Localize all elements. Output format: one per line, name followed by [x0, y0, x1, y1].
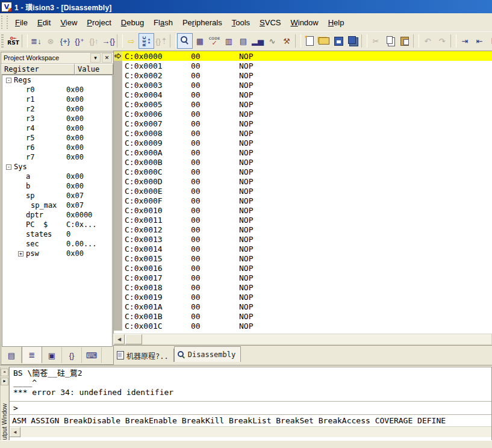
register-row[interactable]: r30x00	[2, 114, 112, 123]
disassembly-gutter[interactable]	[114, 80, 122, 90]
disassembly-row[interactable]: C:0x001A00NOP	[114, 302, 492, 311]
menu-item[interactable]: File	[10, 16, 33, 29]
cut-button[interactable]: ✂	[369, 34, 383, 48]
menu-item[interactable]: Tools	[227, 16, 255, 29]
register-column-header[interactable]: Register	[1, 64, 75, 75]
disassembly-row[interactable]: C:0x000800NOP	[114, 128, 492, 138]
step-over-button[interactable]: {}⁺	[72, 34, 87, 48]
disassembly-gutter[interactable]	[114, 244, 122, 254]
register-row[interactable]: states0	[2, 229, 112, 239]
run-to-line-button[interactable]: →{}	[101, 34, 116, 48]
register-row[interactable]: r70x00	[2, 152, 112, 162]
disassembly-row[interactable]: C:0x001500NOP	[114, 254, 492, 263]
workspace-dropdown-button[interactable]: ▾	[90, 53, 101, 63]
output-hscrollbar[interactable]: ◀	[10, 426, 491, 437]
disassembly-row[interactable]: C:0x001100NOP	[114, 215, 492, 225]
logic-analyzer-button[interactable]: ∿	[265, 34, 279, 48]
save-all-button[interactable]	[346, 34, 360, 48]
disassembly-window-button[interactable]	[177, 33, 193, 49]
disassembly-row[interactable]: C:0x000C00NOP	[114, 167, 492, 176]
register-row[interactable]: +psw0x00	[2, 249, 112, 258]
disassembly-gutter[interactable]	[114, 90, 122, 99]
menu-item[interactable]: Window	[285, 16, 323, 29]
indent-button[interactable]: ⇥	[458, 34, 472, 48]
menu-item[interactable]: Flash	[149, 16, 178, 29]
scrollbar-thumb[interactable]	[125, 334, 142, 344]
regs-tab[interactable]: ≣	[22, 346, 42, 363]
disassembly-row[interactable]: C:0x000600NOP	[114, 109, 492, 119]
tree-expander-icon[interactable]: +	[18, 251, 23, 257]
tree-expander-icon[interactable]: -	[6, 78, 11, 83]
menu-item[interactable]: Debug	[116, 16, 149, 29]
functions-tab[interactable]: {}	[62, 347, 82, 363]
scroll-left-icon[interactable]: ◀	[10, 427, 20, 437]
register-row[interactable]: sec0.00...	[2, 239, 112, 249]
menu-item[interactable]: Edit	[33, 16, 55, 29]
disassembly-row[interactable]: C:0x001800NOP	[114, 282, 492, 292]
serial-window-button[interactable]: ▥	[222, 34, 236, 48]
output-close-button[interactable]: ×	[1, 369, 8, 376]
step-into-button[interactable]: {+}	[58, 34, 72, 48]
menu-item[interactable]: Peripherals	[178, 16, 227, 29]
open-file-button[interactable]	[317, 34, 331, 48]
disassembly-row[interactable]: C:0x000D00NOP	[114, 176, 492, 186]
reset-cpu-button[interactable]: RST	[6, 34, 20, 48]
paste-button[interactable]	[397, 34, 412, 48]
disassembly-gutter[interactable]	[114, 51, 122, 61]
register-row[interactable]: r20x00	[2, 104, 112, 114]
undo-button[interactable]: ↶	[420, 34, 435, 48]
disassembly-gutter[interactable]	[114, 282, 122, 292]
toolbar-grip[interactable]	[1, 34, 4, 48]
outdent-button[interactable]: ⇤	[472, 34, 487, 48]
disassembly-row[interactable]: C:0x001300NOP	[114, 234, 492, 244]
menubar-grip[interactable]	[1, 16, 8, 29]
register-row[interactable]: -Sys	[2, 162, 112, 172]
menu-item[interactable]: SVCS	[255, 16, 285, 29]
register-row[interactable]: dptr0x0000	[2, 210, 112, 220]
redo-button[interactable]: ↷	[435, 34, 449, 48]
disassembly-gutter[interactable]	[114, 61, 122, 70]
tree-expander-icon[interactable]: -	[6, 164, 11, 170]
register-row[interactable]: sp0x07	[2, 191, 112, 201]
disassembly-gutter[interactable]	[114, 176, 122, 186]
app-icon[interactable]: V	[1, 2, 12, 12]
register-row[interactable]: r50x00	[2, 133, 112, 143]
bookmark-button[interactable]: ⚑	[487, 34, 492, 48]
copy-button[interactable]	[383, 34, 397, 48]
disassembly-row[interactable]: C:0x001C00NOP	[114, 321, 492, 331]
disassembly-gutter[interactable]	[114, 321, 122, 331]
disassembly-gutter[interactable]	[114, 273, 122, 282]
register-row[interactable]: PC $C:0x...	[2, 220, 112, 229]
register-row[interactable]: sp_max0x07	[2, 201, 112, 210]
disassembly-gutter[interactable]	[114, 292, 122, 302]
disassembly-gutter[interactable]	[114, 263, 122, 273]
books-tab[interactable]: ▣	[42, 347, 62, 363]
disassembly-gutter[interactable]	[114, 157, 122, 167]
disassembly-row[interactable]: C:0x000700NOP	[114, 119, 492, 128]
disassembly-gutter[interactable]	[114, 109, 122, 119]
value-column-header[interactable]: Value	[75, 64, 113, 75]
menu-item[interactable]: View	[55, 16, 82, 29]
disassembly-row[interactable]: C:0x000B00NOP	[114, 157, 492, 167]
disassembly-row[interactable]: C:0x000000NOP	[114, 51, 492, 61]
disassembly-row[interactable]: C:0x000E00NOP	[114, 186, 492, 196]
disassembly-gutter[interactable]	[114, 167, 122, 176]
disassembly-row[interactable]: C:0x000900NOP	[114, 138, 492, 148]
disassembly-row[interactable]: C:0x000400NOP	[114, 90, 492, 99]
command-prompt[interactable]: >	[10, 402, 491, 414]
disassembly-gutter[interactable]	[114, 99, 122, 109]
memory-window-button[interactable]: ▤	[236, 34, 251, 48]
disassembly-gutter[interactable]	[114, 70, 122, 80]
disassembly-row[interactable]: C:0x001B00NOP	[114, 311, 492, 321]
new-file-button[interactable]	[302, 34, 317, 48]
step-out-button[interactable]: {}↑	[87, 34, 101, 48]
document-tab[interactable]: Disassembly	[174, 346, 241, 362]
register-row[interactable]: r00x00	[2, 85, 112, 95]
disassembly-row[interactable]: C:0x001200NOP	[114, 225, 492, 234]
watch-window-button[interactable]: ▦	[193, 34, 207, 48]
disassembly-gutter[interactable]	[114, 128, 122, 138]
disassembly-gutter[interactable]	[114, 196, 122, 205]
trace-show-button[interactable]: {}⇡	[154, 34, 169, 48]
disassembly-gutter[interactable]	[114, 138, 122, 148]
disassembly-gutter[interactable]	[114, 186, 122, 196]
